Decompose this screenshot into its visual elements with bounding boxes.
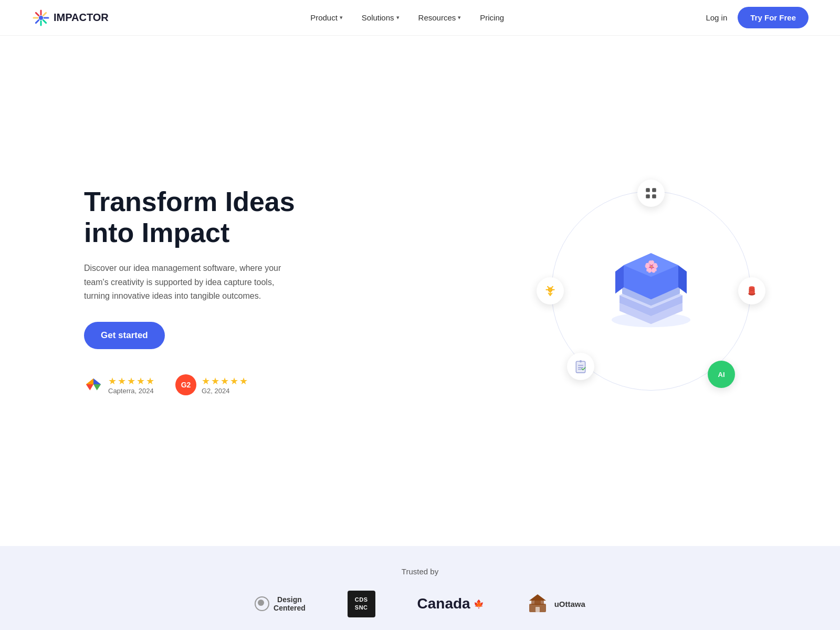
svg-rect-34 — [536, 607, 540, 612]
hero-description: Discover our idea management software, w… — [84, 261, 294, 303]
g2-stars: ★ ★ ★ ★ ★ — [202, 375, 248, 387]
capterra-logo — [84, 375, 103, 394]
hero-content: Transform Ideas into Impact Discover our… — [84, 186, 295, 396]
ratings: ★ ★ ★ ★ ★ Capterra, 2024 G2 ★ ★ ★ — [84, 374, 295, 395]
svg-point-14 — [548, 288, 552, 292]
g2-label: G2, 2024 — [202, 387, 248, 395]
login-button[interactable]: Log in — [706, 13, 727, 22]
svg-rect-30 — [531, 601, 534, 605]
capterra-rating: ★ ★ ★ ★ ★ Capterra, 2024 — [84, 375, 154, 395]
uottawa-logo: uOttawa — [526, 592, 585, 615]
capterra-stars: ★ ★ ★ ★ ★ — [108, 375, 154, 387]
logo-icon — [32, 8, 50, 27]
get-started-button[interactable]: Get started — [84, 322, 165, 349]
hero-visual: AI — [525, 165, 777, 417]
orbit-icon-bottom-left — [567, 353, 594, 380]
svg-line-6 — [43, 20, 46, 23]
svg-rect-16 — [576, 361, 585, 373]
orbit-icon-top — [637, 180, 665, 207]
svg-rect-11 — [652, 188, 656, 192]
logo[interactable]: IMPACTOR — [32, 8, 109, 27]
g2-logo: G2 — [175, 374, 196, 395]
svg-rect-10 — [646, 188, 650, 192]
svg-line-5 — [36, 13, 38, 15]
svg-marker-33 — [529, 594, 546, 601]
brand-name: IMPACTOR — [54, 12, 109, 24]
svg-point-0 — [39, 16, 43, 20]
chevron-down-icon: ▾ — [340, 14, 343, 21]
try-for-free-button[interactable]: Try For Free — [738, 7, 808, 28]
nav-pricing[interactable]: Pricing — [480, 13, 504, 22]
canada-logo: Canada 🍁 — [417, 595, 484, 612]
chevron-down-icon: ▾ — [458, 14, 461, 21]
trusted-label: Trusted by — [32, 567, 808, 576]
navbar: IMPACTOR Product ▾ Solutions ▾ Resources… — [0, 0, 840, 36]
trusted-section: Trusted by DesignCentered CDS SNC Canada… — [0, 546, 840, 630]
svg-line-7 — [43, 13, 46, 15]
orbit-icon-bottom-right: AI — [708, 361, 735, 388]
g2-rating: G2 ★ ★ ★ ★ ★ G2, 2024 — [175, 374, 248, 395]
svg-line-8 — [36, 20, 38, 23]
nav-resources[interactable]: Resources ▾ — [418, 13, 461, 22]
nav-actions: Log in Try For Free — [706, 7, 808, 28]
svg-point-17 — [580, 360, 582, 362]
svg-rect-12 — [646, 194, 650, 198]
trusted-logos: DesignCentered CDS SNC Canada 🍁 — [32, 591, 808, 617]
nav-links: Product ▾ Solutions ▾ Resources ▾ Pricin… — [310, 13, 504, 22]
orbit-icon-left — [537, 277, 564, 304]
design-centered-logo: DesignCentered — [255, 595, 306, 612]
cds-logo: CDS SNC — [348, 591, 375, 617]
chevron-down-icon: ▾ — [396, 14, 400, 21]
hero-section: Transform Ideas into Impact Discover our… — [0, 36, 840, 546]
hero-title: Transform Ideas into Impact — [84, 186, 295, 249]
nav-solutions[interactable]: Solutions ▾ — [362, 13, 400, 22]
svg-rect-31 — [541, 601, 544, 605]
nav-product[interactable]: Product ▾ — [310, 13, 343, 22]
svg-text:🌸: 🌸 — [644, 259, 659, 274]
svg-rect-13 — [652, 194, 656, 198]
orbit-icon-right — [738, 277, 765, 304]
capterra-label: Capterra, 2024 — [108, 387, 154, 395]
